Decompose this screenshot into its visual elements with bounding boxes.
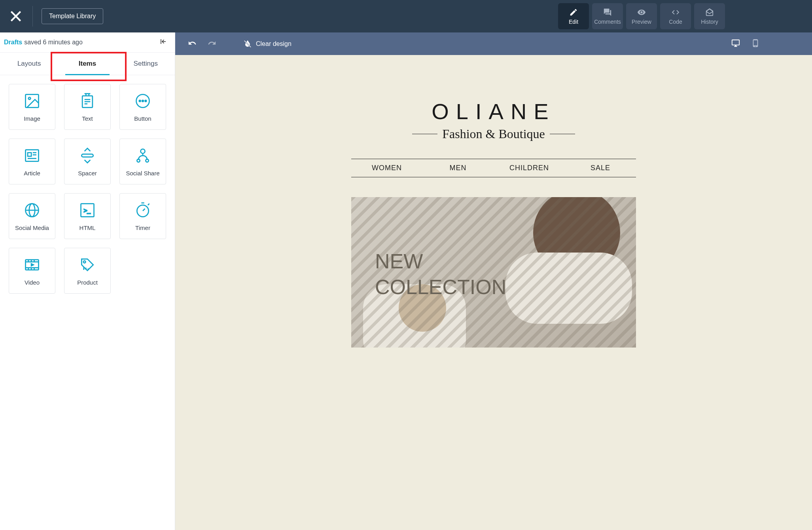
desktop-icon bbox=[731, 39, 740, 47]
item-label: Social Share bbox=[126, 170, 159, 177]
item-label: Social Media bbox=[15, 224, 49, 231]
hero-headline: NEW COLLECTION bbox=[375, 249, 506, 300]
canvas-area[interactable]: OLIANE Fashion & Boutique WOMEN MEN CHIL… bbox=[175, 55, 812, 530]
item-video[interactable]: Video bbox=[9, 248, 55, 294]
nav-men[interactable]: MEN bbox=[422, 159, 494, 177]
nav-sale[interactable]: SALE bbox=[565, 159, 636, 177]
hero-image: NEW COLLECTION bbox=[351, 197, 636, 348]
text-icon bbox=[79, 92, 96, 110]
mobile-view-button[interactable] bbox=[751, 39, 760, 49]
envelope-open-icon bbox=[705, 8, 714, 17]
item-spacer[interactable]: Spacer bbox=[64, 139, 111, 184]
item-label: Timer bbox=[135, 224, 150, 231]
close-button[interactable] bbox=[8, 8, 24, 24]
svg-point-12 bbox=[142, 100, 144, 102]
comments-icon bbox=[603, 8, 612, 17]
video-icon bbox=[23, 256, 41, 274]
svg-point-42 bbox=[83, 260, 86, 263]
redo-button[interactable] bbox=[208, 39, 216, 49]
clear-design-label: Clear design bbox=[256, 40, 291, 47]
collapse-panel-button[interactable] bbox=[160, 38, 167, 47]
logo-tagline: Fashion & Boutique bbox=[442, 127, 545, 141]
image-icon bbox=[23, 92, 41, 110]
svg-rect-19 bbox=[81, 154, 93, 157]
drafts-link[interactable]: Drafts bbox=[4, 39, 22, 46]
item-html[interactable]: >_ HTML bbox=[64, 193, 111, 239]
social-media-icon bbox=[23, 201, 41, 219]
mode-comments-tab[interactable]: Comments bbox=[592, 3, 623, 29]
product-icon bbox=[79, 256, 96, 274]
svg-text:>_: >_ bbox=[84, 207, 91, 213]
item-text[interactable]: Text bbox=[64, 84, 111, 130]
nav-children[interactable]: CHILDREN bbox=[494, 159, 565, 177]
decorative-line bbox=[412, 134, 437, 134]
item-label: Image bbox=[24, 115, 40, 122]
svg-marker-41 bbox=[31, 264, 34, 266]
item-label: Video bbox=[25, 279, 40, 286]
mode-code-tab[interactable]: Code bbox=[660, 3, 691, 29]
drafts-status-text: saved 6 minutes ago bbox=[24, 39, 83, 46]
tab-layouts[interactable]: Layouts bbox=[0, 53, 58, 75]
hero-line1: NEW bbox=[375, 249, 506, 274]
code-icon bbox=[671, 8, 680, 17]
template-library-button[interactable]: Template Library bbox=[42, 8, 103, 24]
logo-block: OLIANE Fashion & Boutique bbox=[351, 87, 636, 149]
svg-point-22 bbox=[146, 159, 148, 162]
topbar: Template Library Edit Comments Preview C… bbox=[0, 0, 812, 32]
item-label: Button bbox=[134, 115, 151, 122]
droplet-off-icon bbox=[243, 40, 252, 48]
item-social-share[interactable]: Social Share bbox=[119, 139, 166, 184]
mobile-icon bbox=[751, 39, 760, 47]
item-timer[interactable]: Timer bbox=[119, 193, 166, 239]
social-share-icon bbox=[134, 147, 151, 164]
mode-preview-tab[interactable]: Preview bbox=[626, 3, 657, 29]
item-article[interactable]: Article bbox=[9, 139, 55, 184]
hero-line2: COLLECTION bbox=[375, 274, 506, 300]
spacer-icon bbox=[79, 147, 96, 164]
mode-label: Preview bbox=[632, 19, 651, 25]
item-label: Article bbox=[24, 170, 40, 177]
item-product[interactable]: Product bbox=[64, 248, 111, 294]
undo-button[interactable] bbox=[188, 39, 197, 49]
eye-icon bbox=[637, 8, 646, 17]
svg-rect-15 bbox=[28, 152, 31, 156]
pencil-icon bbox=[569, 8, 578, 17]
article-icon bbox=[23, 147, 41, 164]
mode-history-tab[interactable]: History bbox=[694, 3, 725, 29]
svg-line-29 bbox=[143, 209, 145, 211]
mode-label: History bbox=[701, 19, 718, 25]
item-label: Product bbox=[77, 279, 98, 286]
tab-settings[interactable]: Settings bbox=[117, 53, 175, 75]
mode-tabs: Edit Comments Preview Code History bbox=[558, 3, 725, 29]
redo-icon bbox=[208, 39, 216, 47]
left-panel: Drafts saved 6 minutes ago Layouts Items… bbox=[0, 32, 175, 530]
divider bbox=[32, 6, 33, 27]
item-image[interactable]: Image bbox=[9, 84, 55, 130]
timer-icon bbox=[134, 201, 151, 219]
decorative-line bbox=[550, 134, 575, 134]
desktop-view-button[interactable] bbox=[731, 39, 740, 49]
tab-items[interactable]: Items bbox=[58, 53, 116, 75]
nav-women[interactable]: WOMEN bbox=[351, 159, 422, 177]
item-social-media[interactable]: Social Media bbox=[9, 193, 55, 239]
undo-icon bbox=[188, 39, 197, 47]
logo-tagline-row: Fashion & Boutique bbox=[351, 127, 636, 141]
svg-point-28 bbox=[137, 205, 148, 217]
button-icon bbox=[134, 92, 151, 110]
svg-point-11 bbox=[139, 100, 141, 102]
clear-design-button[interactable]: Clear design bbox=[243, 40, 291, 48]
mode-edit-tab[interactable]: Edit bbox=[558, 3, 589, 29]
svg-point-5 bbox=[28, 97, 31, 99]
collapse-left-icon bbox=[160, 38, 167, 45]
item-label: Text bbox=[82, 115, 93, 122]
logo-text: OLIANE bbox=[351, 99, 636, 124]
drafts-status-row: Drafts saved 6 minutes ago bbox=[0, 32, 175, 53]
canvas-toolbar: Clear design bbox=[175, 32, 812, 55]
mode-label: Code bbox=[669, 19, 682, 25]
svg-point-21 bbox=[137, 159, 140, 162]
svg-point-20 bbox=[141, 149, 145, 153]
mode-label: Edit bbox=[569, 19, 578, 25]
preview-nav: WOMEN MEN CHILDREN SALE bbox=[351, 159, 636, 177]
item-button[interactable]: Button bbox=[119, 84, 166, 130]
items-grid: Image Text Button Article Spacer bbox=[0, 75, 175, 302]
